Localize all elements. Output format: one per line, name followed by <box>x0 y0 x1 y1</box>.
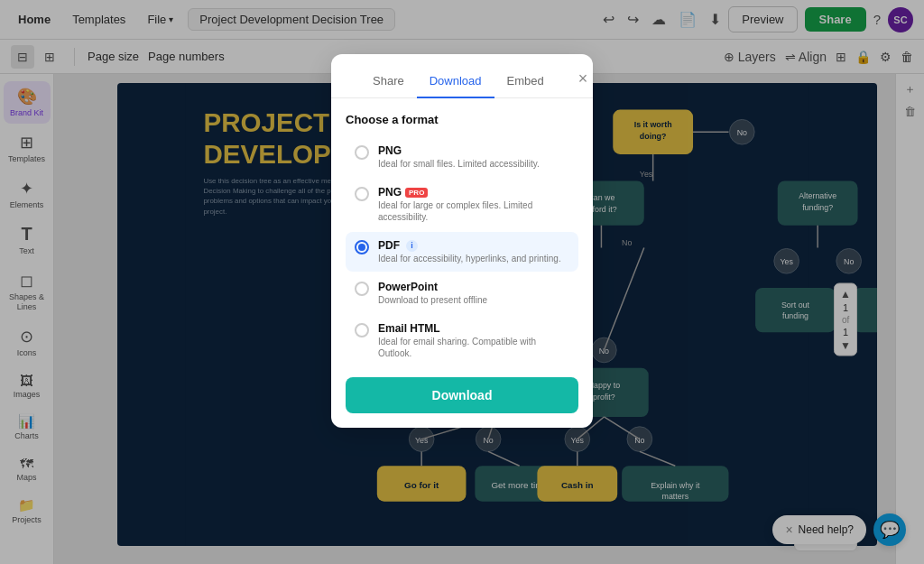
format-name-powerpoint: PowerPoint <box>378 281 487 293</box>
format-info-pdf: PDF i Ideal for accessibility, hyperlink… <box>378 239 561 264</box>
format-radio-png[interactable] <box>355 145 369 160</box>
format-option-png-pro[interactable]: PNG PRO Ideal for large or complex files… <box>346 179 578 230</box>
format-name-png: PNG <box>378 144 540 157</box>
modal-overlay[interactable]: Share Download Embed × Choose a format P… <box>0 0 924 564</box>
format-name-pdf: PDF i <box>378 239 561 252</box>
tab-share[interactable]: Share <box>360 65 417 98</box>
format-radio-email-html[interactable] <box>355 323 369 337</box>
format-info-png-pro: PNG PRO Ideal for large or complex files… <box>378 186 569 223</box>
modal-body: Choose a format PNG Ideal for small file… <box>331 98 593 428</box>
format-desc-email-html: Ideal for email sharing. Compatible with… <box>378 336 569 359</box>
format-radio-powerpoint[interactable] <box>355 282 369 296</box>
modal-close-button[interactable]: × <box>578 69 588 94</box>
tab-download[interactable]: Download <box>417 65 494 98</box>
format-title: Choose a format <box>346 113 578 126</box>
format-name-email-html: Email HTML <box>378 322 569 335</box>
format-radio-png-pro[interactable] <box>355 187 369 201</box>
format-option-pdf[interactable]: PDF i Ideal for accessibility, hyperlink… <box>346 232 578 272</box>
download-modal: Share Download Embed × Choose a format P… <box>331 54 593 428</box>
modal-header: Share Download Embed × <box>331 54 593 98</box>
format-desc-png-pro: Ideal for large or complex files. Limite… <box>378 199 569 223</box>
download-button[interactable]: Download <box>346 377 578 413</box>
modal-tabs: Share Download Embed <box>360 65 557 97</box>
tab-embed[interactable]: Embed <box>494 65 557 98</box>
format-radio-pdf[interactable] <box>355 240 369 254</box>
format-desc-pdf: Ideal for accessibility, hyperlinks, and… <box>378 253 561 264</box>
format-desc-png: Ideal for small files. Limited accessibi… <box>378 158 540 170</box>
format-info-png: PNG Ideal for small files. Limited acces… <box>378 144 540 170</box>
format-info-email-html: Email HTML Ideal for email sharing. Comp… <box>378 322 569 359</box>
format-desc-powerpoint: Download to present offline <box>378 294 487 306</box>
format-option-email-html[interactable]: Email HTML Ideal for email sharing. Comp… <box>346 315 578 366</box>
format-info-powerpoint: PowerPoint Download to present offline <box>378 281 487 306</box>
format-name-png-pro: PNG PRO <box>378 186 569 199</box>
format-option-png[interactable]: PNG Ideal for small files. Limited acces… <box>346 137 578 177</box>
pdf-info-icon: i <box>406 240 418 252</box>
pro-badge: PRO <box>405 188 428 198</box>
format-option-powerpoint[interactable]: PowerPoint Download to present offline <box>346 273 578 313</box>
